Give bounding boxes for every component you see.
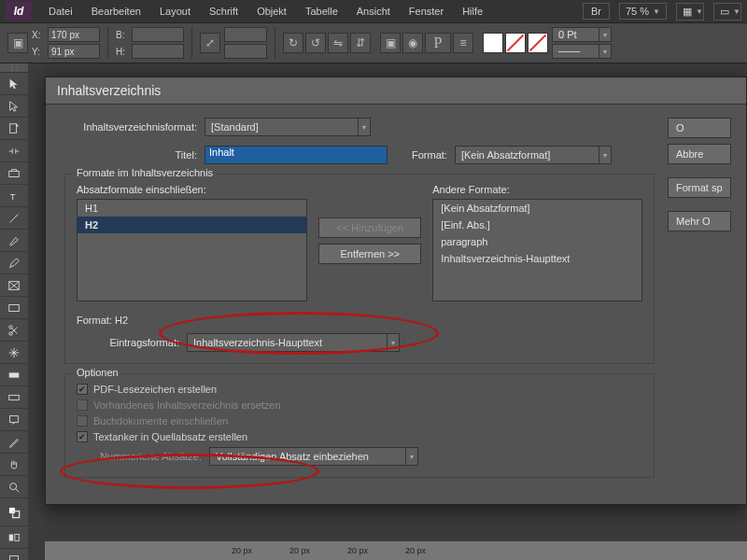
note-tool[interactable] <box>0 409 28 431</box>
rotate-ccw-icon[interactable]: ↺ <box>305 33 326 53</box>
h-input[interactable] <box>132 44 184 59</box>
apply-color-icon[interactable] <box>0 526 28 549</box>
chevron-down-icon: ▾ <box>405 448 414 465</box>
list-item[interactable]: paragraph <box>433 233 641 250</box>
scale-x-input[interactable] <box>224 27 267 42</box>
menu-objekt[interactable]: Objekt <box>247 2 296 21</box>
save-format-button[interactable]: Format sp <box>668 177 731 198</box>
flip-v-icon[interactable]: ⇵ <box>350 33 371 53</box>
opt-include-book: Buchdokumente einschließen <box>77 415 642 427</box>
fill-swatch[interactable] <box>483 33 503 53</box>
flip-h-icon[interactable]: ⇋ <box>328 33 348 53</box>
chevron-down-icon: ▼ <box>653 7 660 16</box>
include-styles-listbox[interactable]: H1 H2 <box>77 199 307 301</box>
menu-fenster[interactable]: Fenster <box>400 2 453 21</box>
menu-bearbeiten[interactable]: Bearbeiten <box>82 2 150 21</box>
x-input[interactable] <box>48 27 100 42</box>
zoom-value: 75 % <box>626 6 649 17</box>
view-mode-dropdown[interactable]: ▦ ▼ <box>676 3 704 21</box>
remove-button[interactable]: Entfernen >> <box>318 244 421 264</box>
selection-tool[interactable] <box>0 73 28 95</box>
rotate-cw-icon[interactable]: ↻ <box>283 33 303 53</box>
h-label: H: <box>116 47 129 57</box>
pencil-tool[interactable] <box>0 252 28 274</box>
list-item[interactable]: [Einf. Abs.] <box>433 217 641 233</box>
cancel-button[interactable]: Abbre <box>668 144 731 164</box>
svg-rect-19 <box>10 555 19 560</box>
menu-tabelle[interactable]: Tabelle <box>296 2 347 21</box>
ok-button[interactable]: O <box>668 118 731 138</box>
free-transform-tool[interactable] <box>0 342 28 364</box>
menu-schrift[interactable]: Schrift <box>200 2 247 21</box>
scale-y-input[interactable] <box>224 44 267 59</box>
select-container-icon[interactable]: ▣ <box>380 33 401 53</box>
fill-stroke-swatch[interactable] <box>0 498 28 526</box>
scissors-tool[interactable] <box>0 319 28 342</box>
y-input[interactable] <box>48 44 100 59</box>
add-button[interactable]: << Hinzufügen <box>318 217 421 238</box>
more-options-button[interactable]: Mehr O <box>668 211 731 231</box>
entry-style-dropdown[interactable]: Inhaltsverzeichnis-Haupttext ▾ <box>187 333 400 352</box>
view-mode-normal[interactable] <box>0 549 28 560</box>
gap-tool[interactable] <box>0 140 28 162</box>
reference-point-icon[interactable]: ▣ <box>7 33 28 53</box>
opt-text-anchor[interactable]: Textanker in Quellabsatz erstellen <box>77 431 642 442</box>
rectangle-frame-tool[interactable] <box>0 274 28 297</box>
palette-grip[interactable] <box>0 63 28 73</box>
scale-icon[interactable]: ⤢ <box>200 33 220 53</box>
eyedropper-tool[interactable] <box>0 431 28 454</box>
pen-tool[interactable] <box>0 230 28 252</box>
page-tool[interactable] <box>0 118 28 140</box>
list-item[interactable]: H2 <box>78 217 306 233</box>
type-tool[interactable]: T <box>0 185 28 207</box>
title-input[interactable]: Inhalt <box>204 146 388 164</box>
view-icon: ▦ <box>683 6 692 18</box>
stroke-none-icon[interactable] <box>505 33 526 53</box>
text-wrap-icon[interactable]: ≡ <box>453 33 473 53</box>
direct-selection-tool[interactable] <box>0 95 28 118</box>
menu-hilfe[interactable]: Hilfe <box>453 2 492 21</box>
menu-layout[interactable]: Layout <box>150 2 200 21</box>
stroke-weight-value: 0 Pt <box>558 29 577 40</box>
chevron-down-icon: ▾ <box>599 147 607 163</box>
gradient-feather-tool[interactable] <box>0 386 28 409</box>
title-para-format-dropdown[interactable]: [Kein Absatzformat] ▾ <box>455 146 612 164</box>
bottom-ruler: 20 px 20 px 20 px 20 px <box>45 541 747 560</box>
toc-format-dropdown[interactable]: [Standard] ▾ <box>204 118 371 136</box>
styles-fieldset-legend: Formate im Inhaltsverzeichnis <box>73 167 217 178</box>
stroke-weight-dropdown[interactable]: 0 Pt ▾ <box>552 27 612 42</box>
select-content-icon[interactable]: ◉ <box>402 33 423 53</box>
chevron-down-icon: ▾ <box>599 45 607 58</box>
format-h2-label: Format: H2 <box>77 315 642 326</box>
stroke-style-value: ─── <box>558 46 580 57</box>
options-fieldset-legend: Optionen <box>73 367 122 378</box>
toc-format-label: Inhaltsverzeichnisformat: <box>64 121 197 133</box>
ruler-tick: 20 px <box>232 546 252 555</box>
rectangle-tool[interactable] <box>0 297 28 319</box>
list-item[interactable]: [Kein Absatzformat] <box>433 200 641 217</box>
numbered-paragraphs-dropdown[interactable]: Vollständigen Absatz einbeziehen ▾ <box>209 447 418 466</box>
toc-dialog: Inhaltsverzeichnis Inhaltsverzeichnisfor… <box>45 77 747 505</box>
chevron-down-icon: ▾ <box>387 334 395 351</box>
other-styles-listbox[interactable]: [Kein Absatzformat] [Einf. Abs.] paragra… <box>432 199 642 301</box>
svg-rect-18 <box>15 534 19 540</box>
line-tool[interactable] <box>0 207 28 230</box>
hand-tool[interactable] <box>0 454 28 476</box>
list-item[interactable]: Inhaltsverzeichnis-Haupttext <box>433 250 641 267</box>
fill-none-icon[interactable] <box>528 33 548 53</box>
menu-ansicht[interactable]: Ansicht <box>347 2 400 21</box>
other-styles-label: Andere Formate: <box>432 184 642 195</box>
zoom-dropdown[interactable]: 75 % ▼ <box>619 3 667 20</box>
zoom-tool[interactable] <box>0 476 28 498</box>
content-collector-tool[interactable] <box>0 162 28 185</box>
menu-datei[interactable]: Datei <box>39 2 82 21</box>
list-item[interactable]: H1 <box>78 200 306 217</box>
stroke-style-dropdown[interactable]: ─── ▾ <box>552 44 612 59</box>
bridge-button[interactable]: Br <box>583 3 610 20</box>
opt-pdf-bookmarks[interactable]: PDF-Lesezeichen erstellen <box>77 384 642 395</box>
gradient-swatch-tool[interactable] <box>0 364 28 386</box>
screen-mode-dropdown[interactable]: ▭ ▼ <box>713 3 741 21</box>
w-input[interactable] <box>132 27 184 42</box>
paragraph-style-icon[interactable]: P <box>425 33 451 53</box>
ruler-tick: 20 px <box>405 546 426 555</box>
